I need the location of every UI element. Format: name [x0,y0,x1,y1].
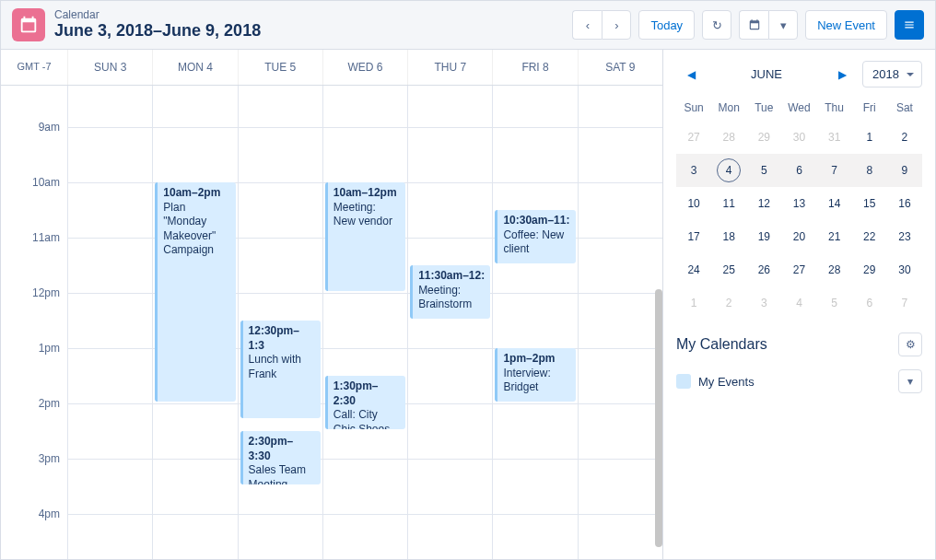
mini-day-cell[interactable]: 3 [676,154,711,187]
mini-day-cell[interactable]: 18 [711,220,746,253]
mini-day-cell[interactable]: 13 [781,187,816,220]
time-label: 2pm [39,397,60,410]
calendar-event[interactable]: 1pm–2pmInterview: Bridget [495,348,575,402]
prev-button[interactable]: ‹ [572,10,602,40]
calendar-event[interactable]: 2:30pm–3:30Sales Team Meeting [240,431,321,484]
calendar-event[interactable]: 10am–2pmPlan "Monday Makeover" Campaign [155,182,235,402]
refresh-button[interactable]: ↻ [702,10,731,40]
calendars-settings-button[interactable]: ⚙ [898,332,922,356]
mini-day-cell[interactable]: 26 [746,253,781,286]
mini-day-cell[interactable]: 4 [711,154,746,187]
calendar-color-swatch [676,374,691,389]
mini-day-cell[interactable]: 19 [746,220,781,253]
mini-day-cell[interactable]: 27 [781,253,816,286]
mini-day-cell[interactable]: 8 [852,154,887,187]
mini-day-cell[interactable]: 21 [817,220,852,253]
mini-day-cell[interactable]: 9 [887,154,922,187]
mini-day-cell[interactable]: 2 [711,286,746,320]
mini-next-button[interactable]: ▶ [833,65,851,84]
day-header[interactable]: TUE 5 [238,50,322,85]
mini-day-cell[interactable]: 29 [746,121,781,154]
day-header-row: GMT -7 SUN 3MON 4TUE 5WED 6THU 7FRI 8SAT… [1,50,662,86]
grid-scroll[interactable]: 9am10am11am12pm1pm2pm3pm4pm 10am–2pmPlan… [1,86,662,559]
calendar-app: Calendar June 3, 2018–June 9, 2018 ‹ › T… [0,0,936,560]
mini-day-cell[interactable]: 14 [817,187,852,220]
mini-day-cell[interactable]: 15 [852,187,887,220]
calendar-list-item[interactable]: My Events▾ [676,366,922,397]
day-header[interactable]: WED 6 [322,50,407,85]
day-column[interactable]: 10am–12pmMeeting: New vendor1:30pm–2:30C… [322,86,407,559]
mini-day-cell[interactable]: 1 [676,286,711,320]
next-button[interactable]: › [602,10,631,40]
time-label: 12pm [32,286,60,299]
date-range-title: June 3, 2018–June 9, 2018 [54,21,572,41]
mini-month-label: JUNE [751,67,782,81]
timezone-label: GMT -7 [1,50,67,85]
time-label: 11am [32,231,60,244]
mini-day-cell[interactable]: 28 [817,253,852,286]
mini-dow-label: Mon [711,95,746,121]
calendar-event[interactable]: 11:30am–12:Meeting: Brainstorm [410,265,490,319]
mini-day-cell[interactable]: 24 [676,253,711,286]
mini-day-cell[interactable]: 10 [676,187,711,220]
calendar-item-menu-button[interactable]: ▾ [898,369,922,393]
time-label: 3pm [39,452,60,465]
mini-day-cell[interactable]: 20 [781,220,816,253]
mini-prev-button[interactable]: ◀ [682,65,700,84]
view-picker-group: ▾ [739,10,798,40]
day-column[interactable]: 10:30am–11:Coffee: New client1pm–2pmInte… [492,86,577,559]
day-column[interactable]: 12:30pm–1:3Lunch with Frank2:30pm–3:30Sa… [238,86,322,559]
scrollbar-thumb[interactable] [655,289,662,547]
mini-day-cell[interactable]: 5 [746,154,781,187]
calendar-event[interactable]: 10:30am–11:Coffee: New client [495,210,575,263]
calendar-event[interactable]: 10am–12pmMeeting: New vendor [325,182,405,291]
mini-day-cell[interactable]: 11 [711,187,746,220]
day-column[interactable] [578,86,662,559]
my-calendars-title: My Calendars [676,336,767,353]
event-time: 10am–2pm [163,186,229,201]
mini-day-cell[interactable]: 29 [852,253,887,286]
caret-down-icon: ▾ [780,18,787,32]
mini-day-cell[interactable]: 12 [746,187,781,220]
mini-day-cell[interactable]: 17 [676,220,711,253]
day-header[interactable]: SAT 9 [578,50,662,85]
calendar-small-icon [748,18,761,31]
mini-day-cell[interactable]: 6 [852,286,887,320]
day-column[interactable]: 10am–2pmPlan "Monday Makeover" Campaign [152,86,237,559]
event-time: 2:30pm–3:30 [249,435,315,463]
day-header[interactable]: SUN 3 [67,50,152,85]
mini-day-cell[interactable]: 30 [887,253,922,286]
day-header[interactable]: MON 4 [152,50,237,85]
time-label: 4pm [39,508,60,520]
mini-day-cell[interactable]: 5 [817,286,852,320]
view-picker-caret[interactable]: ▾ [768,10,798,40]
mini-day-cell[interactable]: 1 [852,121,887,154]
mini-day-cell[interactable]: 28 [711,121,746,154]
mini-day-cell[interactable]: 7 [817,154,852,187]
day-column[interactable] [67,86,152,559]
mini-day-cell[interactable]: 16 [887,187,922,220]
year-select[interactable]: 2018 [862,61,922,88]
mini-day-cell[interactable]: 27 [676,121,711,154]
day-column[interactable]: 11:30am–12:Meeting: Brainstorm [407,86,492,559]
today-button[interactable]: Today [638,10,695,40]
side-panel-toggle[interactable] [895,10,924,40]
view-picker-button[interactable] [739,10,768,40]
mini-day-cell[interactable]: 31 [817,121,852,154]
mini-day-cell[interactable]: 4 [781,286,816,320]
day-header[interactable]: FRI 8 [492,50,577,85]
event-title: Plan "Monday Makeover" Campaign [163,201,229,258]
mini-day-cell[interactable]: 30 [781,121,816,154]
mini-day-cell[interactable]: 7 [887,286,922,320]
calendar-event[interactable]: 1:30pm–2:30Call: City Chic Shoes [325,376,405,429]
mini-day-cell[interactable]: 22 [852,220,887,253]
mini-day-cell[interactable]: 23 [887,220,922,253]
header-bar: Calendar June 3, 2018–June 9, 2018 ‹ › T… [1,1,935,50]
mini-day-cell[interactable]: 25 [711,253,746,286]
calendar-event[interactable]: 12:30pm–1:3Lunch with Frank [240,321,321,418]
mini-day-cell[interactable]: 3 [746,286,781,320]
mini-day-cell[interactable]: 2 [887,121,922,154]
mini-day-cell[interactable]: 6 [781,154,816,187]
day-header[interactable]: THU 7 [407,50,492,85]
new-event-button[interactable]: New Event [805,10,887,40]
